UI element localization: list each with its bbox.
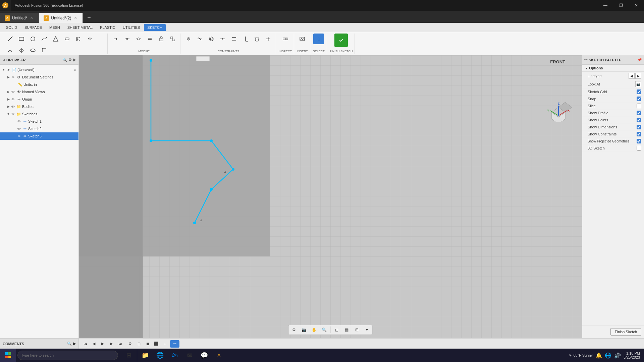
show-profile-checkbox[interactable] xyxy=(637,111,641,115)
show-dimensions-checkbox[interactable] xyxy=(637,125,641,129)
horizontal-vertical-constraint[interactable] xyxy=(263,34,274,44)
circle-tool-button[interactable] xyxy=(28,34,38,44)
play-first-button[interactable]: ⏮ xyxy=(82,340,89,348)
notification-icon[interactable]: 🔔 xyxy=(595,352,602,359)
slot-tool-button[interactable] xyxy=(62,34,72,44)
rectangle-tool-button[interactable] xyxy=(16,34,27,44)
browser-settings-icon[interactable]: ⚙ xyxy=(68,58,72,62)
comments-search-icon[interactable]: 🔍 xyxy=(67,342,72,346)
spline-tool-button[interactable] xyxy=(39,34,50,44)
eye-named-views-icon[interactable]: 👁 xyxy=(11,89,15,94)
browser-expand-icon[interactable]: ▶ xyxy=(73,58,76,62)
sketch-active-icon[interactable]: ✏ xyxy=(170,340,179,348)
menu-tab-sketch[interactable]: SKETCH xyxy=(144,24,166,31)
eye-bodies-icon[interactable]: 👁 xyxy=(11,104,15,109)
volume-icon[interactable]: 🔊 xyxy=(614,352,621,359)
eye-sketch2-icon[interactable]: 👁 xyxy=(17,126,21,131)
expand-origin-arrow[interactable]: ▶ xyxy=(6,97,11,102)
offset-curve-button[interactable] xyxy=(133,34,144,44)
eye-sketch3-icon[interactable]: 👁 xyxy=(17,134,21,138)
taskbar-mail[interactable]: ✉ xyxy=(183,349,196,362)
parallel-constraint[interactable] xyxy=(229,34,239,44)
equal-constraint-button[interactable] xyxy=(145,34,155,44)
close-button[interactable]: ✕ xyxy=(629,0,644,11)
expand-bodies-arrow[interactable]: ▶ xyxy=(6,104,11,109)
browser-search-icon[interactable]: 🔍 xyxy=(62,58,67,62)
perpendicular-constraint[interactable] xyxy=(240,34,251,44)
minimize-button[interactable]: — xyxy=(598,0,613,11)
browser-collapse-arrow[interactable]: ◀ xyxy=(3,58,5,62)
sketch-mode-icon3[interactable]: ⬛ xyxy=(153,340,160,348)
pan-button[interactable]: ✋ xyxy=(310,326,319,334)
select-button[interactable] xyxy=(313,34,324,44)
show-points-checkbox[interactable] xyxy=(637,118,641,122)
taskbar-search-input[interactable] xyxy=(17,351,118,360)
orbit-button[interactable]: ⚙ xyxy=(289,326,299,334)
expand-sketches-arrow[interactable]: ▼ xyxy=(6,112,11,116)
sketch-scale-button[interactable] xyxy=(167,34,178,44)
mirror-tool-button[interactable] xyxy=(16,45,27,56)
eye-unsaved-icon[interactable]: 👁 xyxy=(6,67,11,72)
tab-close-1[interactable]: ✕ xyxy=(29,16,34,20)
show-constraints-checkbox[interactable] xyxy=(637,132,641,136)
sketch-mode-icon1[interactable]: ◻ xyxy=(135,340,143,348)
play-button[interactable]: ▶ xyxy=(99,340,106,348)
restore-button[interactable]: ❐ xyxy=(613,0,629,11)
break-tool-button[interactable] xyxy=(122,34,132,44)
tree-item-bodies[interactable]: ▶ 👁 📁 Bodies xyxy=(0,103,78,110)
concentric-constraint[interactable] xyxy=(206,34,217,44)
fix-unfix-button[interactable] xyxy=(156,34,167,44)
eye-doc-settings-icon[interactable]: 👁 xyxy=(11,75,15,79)
menu-tab-surface[interactable]: SURFACE xyxy=(21,24,45,31)
palette-pin-icon[interactable]: 📌 xyxy=(637,58,642,62)
add-timeline-button[interactable]: + xyxy=(161,340,169,348)
taskbar-fusion360[interactable]: A xyxy=(212,349,226,362)
sketch-grid-checkbox[interactable] xyxy=(637,89,641,94)
slice-checkbox[interactable] xyxy=(637,104,641,108)
eye-origin-icon[interactable]: 👁 xyxy=(11,97,15,102)
polygon-tool-button[interactable] xyxy=(50,34,61,44)
tree-item-sketch1[interactable]: ▶ 👁 ✏ Sketch1 xyxy=(0,118,78,125)
offset-tool-button[interactable] xyxy=(85,34,95,44)
system-clock[interactable]: 1:18 PM 5/25/2023 xyxy=(624,351,640,359)
menu-tab-utilities[interactable]: UTILITIES xyxy=(119,24,143,31)
taskbar-edge-browser[interactable]: 🌐 xyxy=(153,349,167,362)
play-next-button[interactable]: ▶ xyxy=(108,340,115,348)
fit-view-button[interactable]: ◻ xyxy=(332,326,341,334)
eye-sketch1-icon[interactable]: 👁 xyxy=(17,119,21,124)
unsaved-star-icon[interactable]: ★ xyxy=(72,67,77,72)
ellipse-tool-button[interactable] xyxy=(28,45,38,56)
palette-options-section[interactable]: Options xyxy=(582,65,644,72)
timeline-settings-button[interactable]: ⚙ xyxy=(126,340,134,348)
tree-item-units[interactable]: ▶ 📏 Units: in xyxy=(0,81,78,88)
trim-tool-button[interactable] xyxy=(73,34,84,44)
orientation-cube[interactable]: X Y Z xyxy=(545,96,572,122)
3d-sketch-checkbox[interactable] xyxy=(637,146,641,150)
tab-close-2[interactable]: ✕ xyxy=(73,16,78,20)
tree-item-doc-settings[interactable]: ▶ 👁 ⚙ Document Settings xyxy=(0,73,78,81)
taskbar-teams[interactable]: 💬 xyxy=(198,349,211,362)
look-at-button[interactable]: 📷 xyxy=(635,81,641,87)
new-tab-button[interactable]: + xyxy=(83,13,95,23)
finish-sketch-toolbar-button[interactable] xyxy=(334,34,348,47)
midpoint-constraint[interactable] xyxy=(217,34,228,44)
viewport-canvas[interactable]: ⊿ ⊿ FRONT X Y xyxy=(79,55,582,338)
expand-named-views-arrow[interactable]: ▶ xyxy=(6,89,11,94)
menu-tab-mesh[interactable]: MESH xyxy=(46,24,63,31)
tree-item-named-views[interactable]: ▶ 👁 👁 Named Views xyxy=(0,88,78,96)
look-at-button[interactable]: 📷 xyxy=(300,326,309,334)
tree-item-sketches[interactable]: ▼ 👁 📁 Sketches xyxy=(0,110,78,118)
play-prev-button[interactable]: ◀ xyxy=(90,340,98,348)
grid-settings-button[interactable]: ⊞ xyxy=(352,326,362,334)
expand-doc-settings-arrow[interactable]: ▶ xyxy=(6,75,11,79)
eye-sketches-icon[interactable]: 👁 xyxy=(11,112,15,116)
viewport[interactable]: ⊿ ⊿ FRONT X Y xyxy=(79,55,582,338)
zoom-button[interactable]: 🔍 xyxy=(320,326,329,334)
play-last-button[interactable]: ⏭ xyxy=(116,340,124,348)
finish-sketch-button[interactable]: Finish Sketch xyxy=(610,328,641,336)
tab-untitled1[interactable]: A Untitled* ✕ xyxy=(0,13,39,23)
collinear-constraint[interactable] xyxy=(195,34,205,44)
taskbar-file-explorer[interactable]: 📁 xyxy=(139,349,152,362)
start-button[interactable] xyxy=(0,349,16,362)
menu-tab-plastic[interactable]: PLASTIC xyxy=(97,24,119,31)
